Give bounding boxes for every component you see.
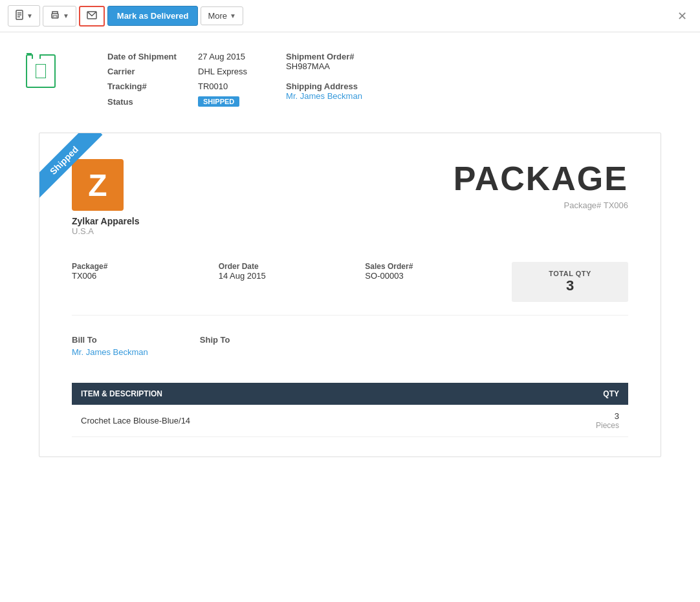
ship-to-label: Ship To xyxy=(200,335,230,345)
shipment-doc-icon xyxy=(26,54,56,88)
shipping-address-link[interactable]: Mr. James Beckman xyxy=(286,91,362,101)
document-button[interactable]: ▼ xyxy=(8,5,40,27)
sales-order-label: Sales Order# xyxy=(365,262,512,271)
close-icon: ✕ xyxy=(677,10,687,23)
pkg-no-value: TX006 xyxy=(72,271,219,281)
package-title-section: PACKAGE Package# TX006 xyxy=(454,159,628,210)
shipping-address-label: Shipping Address xyxy=(286,81,362,91)
document-caret: ▼ xyxy=(27,12,33,19)
shipment-details: Date of Shipment 27 Aug 2015 Carrier DHL… xyxy=(107,52,247,107)
address-section: Bill To Mr. James Beckman Ship To xyxy=(72,335,628,357)
item-description: Crochet Lace Blouse-Blue/14 xyxy=(72,405,492,437)
shipment-order: Shipment Order# SH987MAA Shipping Addres… xyxy=(286,52,362,101)
items-table-header: ITEM & DESCRIPTION QTY xyxy=(72,383,628,405)
sales-order-value: SO-00003 xyxy=(365,271,512,281)
sales-order-col: Sales Order# SO-00003 xyxy=(365,262,512,302)
qty-col-header: QTY xyxy=(492,383,628,405)
package-number: Package# TX006 xyxy=(454,200,628,210)
table-row: Crochet Lace Blouse-Blue/14 3 Pieces xyxy=(72,405,628,437)
pkg-details: Package# TX006 Order Date 14 Aug 2015 Sa… xyxy=(72,262,628,316)
tracking-label: Tracking# xyxy=(107,81,185,91)
print-caret: ▼ xyxy=(63,12,69,19)
pkg-no-label: Package# xyxy=(72,262,219,271)
order-label: Shipment Order# xyxy=(286,52,362,61)
more-caret: ▼ xyxy=(230,12,236,19)
total-qty-box: TOTAL QTY 3 xyxy=(512,262,628,302)
order-date-value: 14 Aug 2015 xyxy=(219,271,366,281)
date-label: Date of Shipment xyxy=(107,52,185,61)
package-title: PACKAGE xyxy=(454,159,628,198)
order-value: SH987MAA xyxy=(286,61,362,71)
toolbar: ▼ ▼ Mark as Delivered More ▼ ✕ xyxy=(0,0,700,32)
bill-to-label: Bill To xyxy=(72,335,148,345)
ship-to-block: Ship To xyxy=(200,335,230,357)
order-date-label: Order Date xyxy=(219,262,366,271)
carrier-value: DHL Express xyxy=(198,67,247,76)
print-icon xyxy=(50,10,60,22)
date-value: 27 Aug 2015 xyxy=(198,52,245,61)
status-label: Status xyxy=(107,97,185,107)
document-icon xyxy=(15,10,24,22)
company-logo: Z Zylkar Apparels U.S.A xyxy=(72,159,140,236)
close-button[interactable]: ✕ xyxy=(672,6,692,26)
more-label: More xyxy=(208,11,227,21)
email-icon xyxy=(87,11,97,21)
bill-to-block: Bill To Mr. James Beckman xyxy=(72,335,148,357)
items-table: ITEM & DESCRIPTION QTY Crochet Lace Blou… xyxy=(72,383,628,437)
total-qty-value: 3 xyxy=(525,277,615,294)
status-badge: SHIPPED xyxy=(198,96,239,107)
company-name: Zylkar Apparels xyxy=(72,216,140,226)
mark-delivered-label: Mark as Delivered xyxy=(117,11,189,21)
package-document: Shipped Z Zylkar Apparels U.S.A PACKAGE … xyxy=(39,133,661,457)
doc-header: Z Zylkar Apparels U.S.A PACKAGE Package#… xyxy=(72,159,628,236)
item-qty: 3 Pieces xyxy=(492,405,628,437)
more-button[interactable]: More ▼ xyxy=(201,6,243,25)
shipment-info: Date of Shipment 27 Aug 2015 Carrier DHL… xyxy=(0,32,700,126)
order-date-col: Order Date 14 Aug 2015 xyxy=(219,262,366,302)
print-button[interactable]: ▼ xyxy=(43,6,76,27)
company-country: U.S.A xyxy=(72,226,140,236)
email-button[interactable] xyxy=(79,6,105,27)
mark-delivered-button[interactable]: Mark as Delivered xyxy=(107,6,199,26)
total-qty-label: TOTAL QTY xyxy=(525,270,615,277)
company-initial: Z xyxy=(72,159,124,211)
item-description-col-header: ITEM & DESCRIPTION xyxy=(72,383,492,405)
pkg-no-col: Package# TX006 xyxy=(72,262,219,302)
bill-to-link[interactable]: Mr. James Beckman xyxy=(72,347,148,357)
carrier-label: Carrier xyxy=(107,67,185,76)
tracking-value: TR0010 xyxy=(198,81,228,91)
